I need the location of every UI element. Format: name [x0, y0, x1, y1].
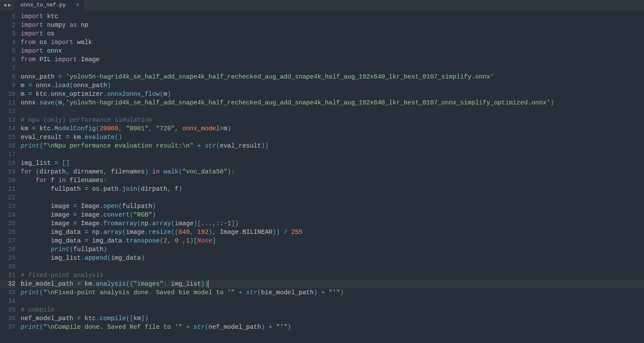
nav-back-icon[interactable]: ◀	[3, 1, 7, 9]
line-number: 5	[0, 47, 16, 55]
line-number: 28	[0, 245, 16, 254]
line-number: 30	[0, 262, 16, 271]
code-line[interactable]: # compile	[21, 305, 644, 314]
line-number: 1	[0, 12, 16, 21]
line-number: 33	[0, 288, 16, 297]
code-line[interactable]: img_data = img_data.transpose(2, 0 ,1)[N…	[21, 236, 644, 245]
line-number: 12	[0, 107, 16, 116]
code-line[interactable]: onnx.save(m,'yolov5n-hagrid4k_se_half_ad…	[21, 98, 644, 107]
tab-strip: onnx_to_nef.py ×	[14, 0, 83, 10]
line-number: 27	[0, 236, 16, 245]
code-line[interactable]: km = ktc.ModelConfig(20008, "0001", "720…	[21, 124, 644, 133]
line-number: 6	[0, 55, 16, 64]
line-number: 32	[0, 280, 16, 288]
line-number: 31	[0, 271, 16, 280]
code-line[interactable]: img_data = np.array(image.resize((640, 1…	[21, 228, 644, 236]
line-number: 17	[0, 150, 16, 159]
code-line[interactable]: image = image.convert("RGB")	[21, 211, 644, 219]
code-line[interactable]: import numpy as np	[21, 21, 644, 29]
line-number: 3	[0, 29, 16, 38]
code-line[interactable]: for (dirpath, dirnames, filenames) in wa…	[21, 167, 644, 176]
code-line[interactable]: for f in filenames:	[21, 176, 644, 185]
close-icon[interactable]: ×	[76, 1, 79, 9]
code-line[interactable]	[21, 193, 644, 202]
line-number: 11	[0, 98, 16, 107]
code-line[interactable]: from os import walk	[21, 38, 644, 47]
code-line[interactable]: from PIL import Image	[21, 55, 644, 64]
code-line[interactable]: fullpath = os.path.join(dirpath, f)	[21, 185, 644, 193]
line-number: 20	[0, 176, 16, 185]
line-number: 9	[0, 81, 16, 90]
line-number: 18	[0, 159, 16, 167]
code-line[interactable]	[21, 150, 644, 159]
line-number: 10	[0, 90, 16, 98]
line-number: 4	[0, 38, 16, 47]
code-area[interactable]: import ktcimport numpy as npimport osfro…	[21, 10, 644, 343]
line-number: 35	[0, 305, 16, 314]
line-number: 7	[0, 64, 16, 72]
code-line[interactable]: bie_model_path = km.analysis({"images": …	[21, 280, 644, 288]
code-line[interactable]	[21, 64, 644, 72]
line-number: 23	[0, 202, 16, 211]
code-line[interactable]: nef_model_path = ktc.compile([km])	[21, 314, 644, 323]
gutter: 1234567891011121314151617181920212223242…	[0, 10, 21, 343]
tab-filename: onnx_to_nef.py	[20, 1, 66, 9]
nav-forward-icon[interactable]: ▶	[7, 1, 12, 9]
code-line[interactable]: img_list = []	[21, 159, 644, 167]
line-number: 37	[0, 323, 16, 331]
code-line[interactable]: # npu (only) performance simulation	[21, 116, 644, 124]
line-number: 26	[0, 228, 16, 236]
code-line[interactable]: image = Image.open(fullpath)	[21, 202, 644, 211]
line-number: 22	[0, 193, 16, 202]
code-line[interactable]: onnx_path = 'yolov5n-hagrid4k_se_half_ad…	[21, 72, 644, 81]
line-number: 29	[0, 254, 16, 262]
titlebar: ◀ ▶ onnx_to_nef.py ×	[0, 0, 644, 10]
code-line[interactable]: img_list.append(img_data)	[21, 254, 644, 262]
line-number: 2	[0, 21, 16, 29]
cursor	[208, 280, 208, 288]
code-line[interactable]	[21, 297, 644, 305]
code-line[interactable]	[21, 262, 644, 271]
editor[interactable]: 1234567891011121314151617181920212223242…	[0, 10, 644, 343]
line-number: 13	[0, 116, 16, 124]
line-number: 34	[0, 297, 16, 305]
code-line[interactable]: print("\nFixed-point analysis done. Save…	[21, 288, 644, 297]
line-number: 8	[0, 72, 16, 81]
tab-active[interactable]: onnx_to_nef.py ×	[14, 0, 83, 10]
code-line[interactable]: print("\nCompile done. Saved Nef file to…	[21, 323, 644, 331]
code-line[interactable]	[21, 107, 644, 116]
nav-arrows: ◀ ▶	[0, 1, 14, 9]
line-number: 15	[0, 133, 16, 142]
line-number: 25	[0, 219, 16, 228]
line-number: 21	[0, 185, 16, 193]
code-line[interactable]: import ktc	[21, 12, 644, 21]
code-line[interactable]: print(fullpath)	[21, 245, 644, 254]
code-line[interactable]: eval_result = km.evaluate()	[21, 133, 644, 142]
code-line[interactable]: m = ktc.onnx_optimizer.onnx2onnx_flow(m)	[21, 90, 644, 98]
line-number: 14	[0, 124, 16, 133]
code-line[interactable]: print("\nNpu performance evaluation resu…	[21, 142, 644, 150]
line-number: 24	[0, 211, 16, 219]
line-number: 36	[0, 314, 16, 323]
code-line[interactable]: # fixed-point analysis	[21, 271, 644, 280]
code-line[interactable]: image = Image.fromarray(np.array(image)[…	[21, 219, 644, 228]
line-number: 16	[0, 142, 16, 150]
line-number: 19	[0, 167, 16, 176]
code-line[interactable]: import onnx	[21, 47, 644, 55]
code-line[interactable]: import os	[21, 29, 644, 38]
code-line[interactable]: m = onnx.load(onnx_path)	[21, 81, 644, 90]
